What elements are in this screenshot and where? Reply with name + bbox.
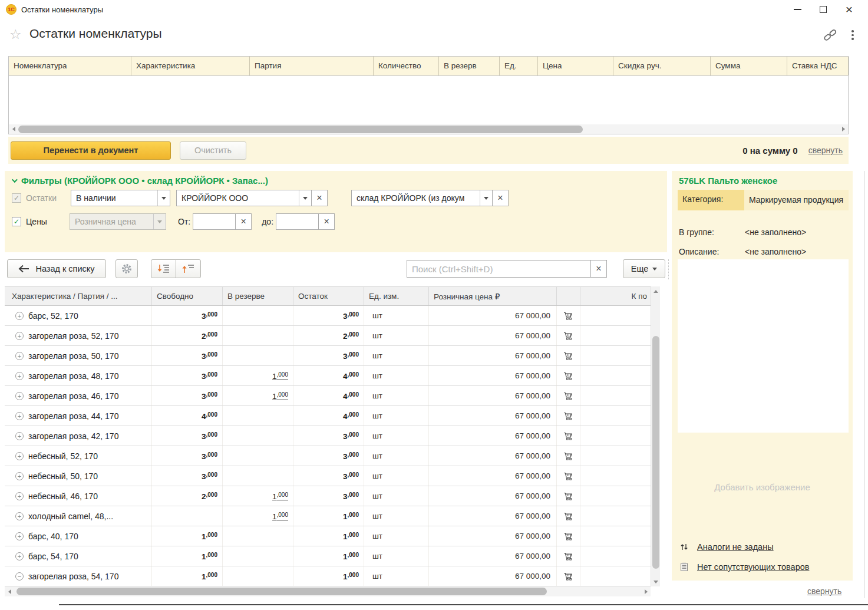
stock-checkbox[interactable]: ✓ bbox=[12, 193, 21, 203]
stock-table-row[interactable]: +загорелая роза, 52, 1702,0002,000шт67 0… bbox=[5, 326, 651, 346]
doc-column-header[interactable]: Ед. bbox=[500, 57, 538, 75]
expand-row-icon[interactable]: + bbox=[15, 432, 24, 440]
clear-org-icon[interactable]: × bbox=[311, 190, 328, 206]
minimize-button[interactable] bbox=[784, 1, 810, 18]
expand-row-icon[interactable]: + bbox=[15, 552, 24, 560]
settings-gear-button[interactable] bbox=[115, 259, 138, 278]
collapse-row-icon[interactable]: − bbox=[15, 572, 24, 581]
stock-column-header[interactable]: Розничная цена ₽ bbox=[429, 287, 557, 305]
link-icon[interactable] bbox=[823, 28, 838, 44]
expand-row-icon[interactable]: + bbox=[15, 452, 24, 460]
chevron-down-icon[interactable] bbox=[480, 190, 492, 206]
stock-column-header[interactable] bbox=[557, 287, 580, 305]
stock-table-row[interactable]: +небесный, 46, 1702,0001,0003,000шт67 00… bbox=[5, 486, 651, 506]
expand-row-icon[interactable]: + bbox=[15, 512, 24, 520]
filters-group-title[interactable]: Фильтры (КРОЙЙОРК ООО • склад КРОЙЙОРК •… bbox=[12, 176, 268, 186]
clear-to-icon[interactable]: × bbox=[318, 213, 335, 230]
stock-table-row[interactable]: +загорелая роза, 48, 1703,0001,0004,000ш… bbox=[5, 366, 651, 386]
prices-checkbox[interactable]: ✓ bbox=[12, 217, 21, 226]
cart-icon[interactable] bbox=[563, 552, 573, 561]
collapse-panel-link[interactable]: свернуть bbox=[807, 586, 841, 596]
expand-row-icon[interactable]: + bbox=[15, 392, 24, 400]
price-type-combo[interactable]: Розничная цена bbox=[70, 213, 166, 230]
scroll-left-icon[interactable] bbox=[5, 587, 14, 596]
cart-icon[interactable] bbox=[563, 431, 573, 441]
scrollbar-thumb[interactable] bbox=[652, 336, 659, 569]
scroll-down-icon[interactable] bbox=[651, 577, 661, 586]
back-to-list-button[interactable]: Назад к списку bbox=[7, 259, 106, 278]
scroll-right-icon[interactable] bbox=[839, 124, 848, 134]
stock-column-header[interactable]: Характеристика / Партия / ... bbox=[5, 287, 152, 305]
related-products-link[interactable]: Нет сопутствующих товаров bbox=[697, 562, 809, 572]
stock-column-header[interactable]: К по bbox=[580, 287, 651, 305]
cart-icon[interactable] bbox=[563, 532, 573, 541]
expand-row-icon[interactable]: + bbox=[15, 532, 24, 540]
stock-table-row[interactable]: +загорелая роза, 44, 1704,0004,000шт67 0… bbox=[5, 406, 651, 426]
doc-column-header[interactable]: Номенклатура bbox=[9, 57, 131, 75]
clear-from-icon[interactable]: × bbox=[235, 213, 252, 230]
doc-column-header[interactable]: Характеристика bbox=[131, 57, 250, 75]
scroll-right-icon[interactable] bbox=[641, 587, 651, 596]
expand-row-icon[interactable]: + bbox=[15, 372, 24, 380]
item-image-placeholder[interactable] bbox=[678, 259, 849, 433]
stock-column-header[interactable]: Свободно bbox=[152, 287, 223, 305]
collapse-all-button[interactable] bbox=[176, 259, 201, 278]
reserve-link[interactable]: 1,000 bbox=[272, 391, 288, 401]
clear-warehouse-icon[interactable]: × bbox=[492, 190, 509, 206]
favorite-star-icon[interactable]: ☆ bbox=[9, 27, 22, 42]
cart-icon[interactable] bbox=[563, 471, 573, 481]
stock-table-row[interactable]: +барс, 54, 1701,0001,000шт67 000,00 bbox=[5, 546, 651, 566]
doc-column-header[interactable]: Цена bbox=[538, 57, 613, 75]
analogs-link[interactable]: Аналоги не заданы bbox=[697, 542, 774, 552]
scroll-left-icon[interactable] bbox=[9, 124, 18, 134]
more-menu-icon[interactable] bbox=[849, 30, 857, 40]
doc-table-empty-body[interactable] bbox=[9, 76, 848, 124]
expand-row-icon[interactable]: + bbox=[15, 312, 24, 320]
search-input[interactable] bbox=[407, 260, 591, 278]
stock-table-row[interactable]: +небесный, 50, 1703,0003,000шт67 000,00 bbox=[5, 466, 651, 486]
panel-splitter[interactable] bbox=[668, 259, 669, 279]
cart-icon[interactable] bbox=[563, 411, 573, 421]
doc-column-header[interactable]: Количество bbox=[374, 57, 439, 75]
chevron-down-icon[interactable] bbox=[299, 190, 311, 206]
cart-icon[interactable] bbox=[563, 391, 573, 401]
cart-icon[interactable] bbox=[563, 492, 573, 501]
cart-icon[interactable] bbox=[563, 331, 573, 341]
stock-column-header[interactable]: Остаток bbox=[293, 287, 364, 305]
cart-icon[interactable] bbox=[563, 572, 573, 581]
expand-row-icon[interactable]: + bbox=[15, 472, 24, 480]
stock-table-row[interactable]: +загорелая роза, 50, 1703,0003,000шт67 0… bbox=[5, 346, 651, 366]
stock-table-row[interactable]: +загорелая роза, 46, 1703,0001,0004,000ш… bbox=[5, 386, 651, 406]
doc-column-header[interactable]: В резерв bbox=[439, 57, 500, 75]
cart-icon[interactable] bbox=[563, 371, 573, 381]
doc-column-header[interactable]: Скидка руч. bbox=[613, 57, 711, 75]
cart-icon[interactable] bbox=[563, 351, 573, 361]
scrollbar-thumb[interactable] bbox=[18, 126, 583, 133]
stock-table-row[interactable]: +барс, 40, 1701,0001,000шт67 000,00 bbox=[5, 526, 651, 546]
expand-row-icon[interactable]: + bbox=[15, 352, 24, 360]
expand-row-icon[interactable]: + bbox=[15, 412, 24, 420]
scroll-up-icon[interactable] bbox=[651, 286, 661, 296]
reserve-link[interactable]: 1,000 bbox=[272, 371, 288, 381]
clear-search-icon[interactable]: × bbox=[590, 260, 607, 278]
cart-icon[interactable] bbox=[563, 451, 573, 461]
expand-row-icon[interactable]: + bbox=[15, 492, 24, 500]
transfer-to-document-button[interactable]: Перенести в документ bbox=[11, 141, 171, 160]
organization-combo[interactable]: КРОЙЙОРК ООО bbox=[176, 190, 312, 206]
maximize-button[interactable] bbox=[810, 1, 836, 18]
close-button[interactable]: × bbox=[836, 1, 862, 18]
more-button[interactable]: Еще bbox=[623, 259, 665, 278]
stock-table-row[interactable]: −загорелая роза, 54, 1701,0001,000шт67 0… bbox=[5, 566, 651, 586]
stock-table-row[interactable]: +барс, 52, 1703,0003,000шт67 000,00 bbox=[5, 306, 651, 326]
price-from-input[interactable] bbox=[193, 213, 236, 230]
collapse-link[interactable]: свернуть bbox=[808, 146, 843, 155]
add-image-button[interactable]: Добавить изображение bbox=[672, 482, 853, 492]
stock-column-header[interactable]: Ед. изм. bbox=[364, 287, 429, 305]
price-to-input[interactable] bbox=[276, 213, 319, 230]
clear-button[interactable]: Очистить bbox=[180, 141, 246, 160]
stock-table-row[interactable]: +загорелая роза, 42, 1703,0003,000шт67 0… bbox=[5, 426, 651, 446]
chevron-down-icon[interactable] bbox=[157, 190, 170, 206]
doc-column-header[interactable]: Сумма bbox=[711, 57, 787, 75]
expand-row-icon[interactable]: + bbox=[15, 332, 24, 340]
stock-column-header[interactable]: В резерве bbox=[223, 287, 293, 305]
